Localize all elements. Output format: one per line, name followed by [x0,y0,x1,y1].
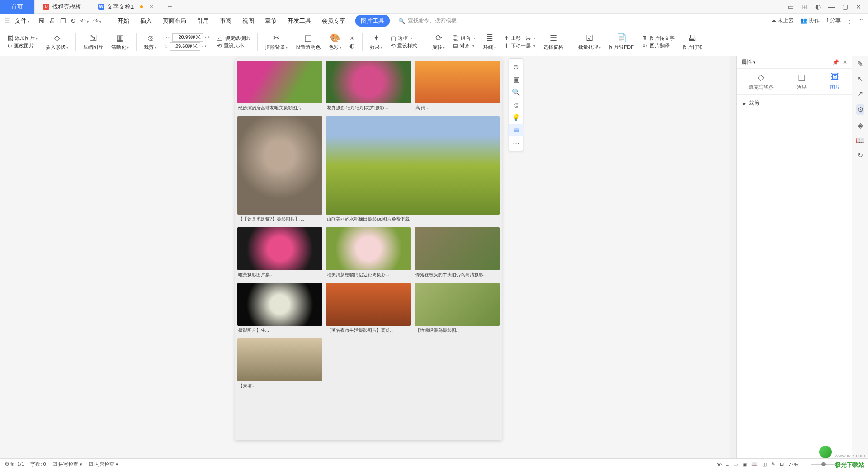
close-panel-icon[interactable]: ✕ [843,59,847,66]
insert-shape-button[interactable]: ◇插入形状 [43,29,71,55]
view2-icon[interactable]: ▭ [733,461,738,467]
tab-view[interactable]: 视图 [241,15,255,27]
wrap-button[interactable]: ≣环绕 [481,29,499,55]
view3-icon[interactable]: ▣ [742,461,747,467]
layers-icon[interactable]: ◈ [858,121,863,130]
height-spinner[interactable]: ▲▼ [202,45,206,48]
color-button[interactable]: 🎨色彩 [326,29,344,55]
redo-icon[interactable]: ↷ [93,17,101,24]
clarity-button[interactable]: ▦清晰化 [108,29,132,55]
tab-start[interactable]: 开始 [117,15,130,27]
crop-tool-icon[interactable]: ⟃ [509,99,524,111]
add-tab-button[interactable]: + [162,3,177,11]
eye-icon[interactable]: 👁 [717,462,722,467]
tab-chapter[interactable]: 章节 [264,15,278,27]
translate-button[interactable]: 🗛图片翻译 [642,42,675,49]
combine-button[interactable]: ⿻组合 [453,35,475,42]
page-indicator[interactable]: 页面: 1/1 [5,461,24,468]
backup-icon[interactable]: ↻ [857,151,863,160]
rotate-button[interactable]: ⟳旋转 [429,29,448,55]
tab-insert[interactable]: 插入 [139,15,153,27]
lock-ratio-checkbox[interactable]: ✓锁定纵横比 [217,35,250,42]
to-pdf-button[interactable]: 📄图片转PDF [606,29,637,55]
style-icon[interactable]: ✎ [857,60,863,68]
tab-reference[interactable]: 引用 [196,15,210,27]
save-icon[interactable]: 🖫 [38,17,45,24]
view1-icon[interactable]: ≡ [726,462,729,467]
cloud-status[interactable]: ☁ 未上云 [771,17,794,24]
collapse-ribbon-icon[interactable]: ⌃ [859,18,863,24]
vertical-scrollbar[interactable] [730,56,736,458]
document-tab[interactable]: W 文字文稿1 ✕ [90,0,162,14]
view4-icon[interactable]: 📖 [751,461,758,467]
coop-button[interactable]: 👥 协作 [800,17,819,24]
zoom-in-icon[interactable]: 🔍 [509,86,524,99]
layout2-icon[interactable]: ⊞ [800,3,808,11]
zoom-value[interactable]: 74% [788,462,798,467]
contrast-button[interactable]: ◐ [349,42,355,49]
minimize-icon[interactable]: — [827,3,835,11]
width-input[interactable]: 20.99厘米 [172,33,203,42]
inserted-image[interactable]: 绝妙演的唐菖蒲花唯美摄影图片 花卉摄影 牡丹牡丹|花卉|摄影... 高 清...… [235,58,502,440]
share-button[interactable]: ⤴ 分享 [826,17,841,24]
fit-icon[interactable]: ⊡ [780,461,784,467]
batch-button[interactable]: ☑批量处理 [576,29,604,55]
border-button[interactable]: ▢边框 [391,35,417,42]
dropdown-icon[interactable]: ▾ [753,60,755,65]
select-icon[interactable]: ↖ [857,75,863,83]
remove-bg-button[interactable]: ✂抠除背景 [262,29,290,55]
transparent-button[interactable]: ◫设置透明色 [293,29,323,55]
book-icon[interactable]: 📖 [856,136,865,145]
height-input[interactable]: 29.68厘米 [170,42,200,51]
document-page[interactable]: 绝妙演的唐菖蒲花唯美摄影图片 花卉摄影 牡丹牡丹|花卉|摄影... 高 清...… [235,58,502,440]
tab-picture-tools[interactable]: 图片工具 [355,15,390,27]
width-spinner[interactable]: ▲▼ [204,36,209,39]
print-button[interactable]: 🖶图片打印 [680,29,705,55]
skin-icon[interactable]: ◐ [814,3,822,11]
preview-icon[interactable]: ❐ [60,17,66,24]
view5-icon[interactable]: ◫ [762,461,767,467]
tab-pagelayout[interactable]: 页面布局 [162,15,187,27]
brightness-button[interactable]: ☀ [349,35,355,42]
select2-icon[interactable]: ↗ [857,89,863,98]
file-menu[interactable]: 文件 [15,17,29,25]
compress-button[interactable]: ⇲压缩图片 [80,29,106,55]
refresh-icon[interactable]: ↻ [71,17,76,24]
tab-vip[interactable]: 会员专享 [321,15,346,27]
tab-review[interactable]: 审阅 [219,15,232,27]
spellcheck-toggle[interactable]: ☑ 拼写检查 ▾ [52,461,82,468]
effect-button[interactable]: ✦效果 [367,29,385,55]
pin-icon[interactable]: 📌 [832,59,839,66]
crop-button[interactable]: ⟃裁剪 [141,29,159,55]
align-button[interactable]: ⊟对齐 [453,42,475,49]
undo-icon[interactable]: ↶ [80,17,89,24]
tab-devtools[interactable]: 开发工具 [287,15,312,27]
reset-size-button[interactable]: ⟲重设大小 [217,42,250,49]
panel-tab-picture[interactable]: 🖼图片 [830,72,840,91]
zoom-out-icon[interactable]: ⊖ [509,61,524,73]
print-icon[interactable]: 🖶 [49,17,56,24]
to-text-button[interactable]: 🗎图片转文字 [642,35,675,42]
focus-icon[interactable]: ✎ [771,461,775,467]
canvas-area[interactable]: 绝妙演的唐菖蒲花唯美摄影图片 花卉摄影 牡丹牡丹|花卉|摄影... 高 清...… [0,56,736,458]
fit-icon[interactable]: ▣ [509,73,524,86]
up-layer-button[interactable]: ⬆上移一层 [504,35,535,42]
layout1-icon[interactable]: ▭ [787,3,795,11]
change-picture-button[interactable]: ↻更改图片 [7,42,38,49]
close-window-icon[interactable]: ✕ [854,3,863,11]
home-tab[interactable]: 首页 [0,0,35,14]
command-search[interactable]: 🔍 查找命令、搜索模板 [398,17,457,24]
idea-icon[interactable]: 💡 [509,111,524,124]
hamburger-icon[interactable]: ☰ [5,17,10,24]
more-tools-icon[interactable]: ⋯ [509,136,524,149]
word-count[interactable]: 字数: 0 [30,461,46,468]
settings-icon[interactable]: ⚙ [856,104,864,115]
panel-tab-effect[interactable]: ◫效果 [797,72,807,91]
panel-tab-fill[interactable]: ◇填充与线条 [749,72,774,91]
down-layer-button[interactable]: ⬇下移一层 [504,42,535,49]
template-tab[interactable]: D 找稻壳模板 [35,0,90,14]
zoom-minus-icon[interactable]: − [803,462,806,467]
reset-style-button[interactable]: ⟲重设样式 [391,42,417,49]
more-icon[interactable]: ⋮ [847,18,853,24]
maximize-icon[interactable]: ▢ [841,3,849,11]
